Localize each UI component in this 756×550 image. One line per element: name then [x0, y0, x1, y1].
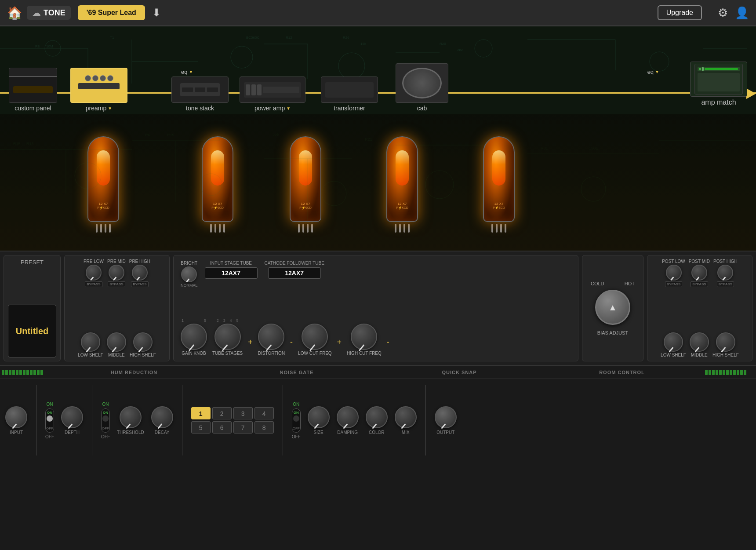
pre-high-knob[interactable] [132, 265, 148, 280]
room-control-label: ROOM CONTROL [541, 370, 703, 375]
eq-left-label[interactable]: eq▼ [181, 69, 193, 75]
cab-chain-item[interactable]: cab [396, 63, 448, 114]
snap-btn-6[interactable]: 6 [212, 421, 232, 433]
bottom-controls: INPUT ON ON OFF OFF DEPTH ON ON OFF [0, 379, 756, 462]
snap-btn-4[interactable]: 4 [254, 407, 274, 419]
middle-knob[interactable] [107, 332, 126, 352]
eq-right-label[interactable]: eq▼ [647, 69, 659, 75]
high-shelf-pre-knob[interactable] [133, 332, 153, 352]
damping-knob[interactable] [337, 406, 359, 428]
pre-high-bypass[interactable]: BYPASS [131, 281, 148, 287]
distortion-knob[interactable] [258, 324, 284, 350]
room-toggle[interactable]: ON OFF [292, 408, 301, 433]
input-knob[interactable] [5, 406, 27, 428]
custom-panel-item[interactable]: custom panel [9, 68, 57, 114]
svg-point-36 [581, 177, 606, 201]
post-high-knob[interactable] [717, 265, 733, 280]
decay-knob[interactable] [151, 406, 173, 428]
noise-toggle[interactable]: ON OFF [101, 408, 110, 433]
svg-text:2k2: 2k2 [457, 48, 463, 52]
snap-btn-2[interactable]: 2 [212, 407, 232, 419]
input-tube-select[interactable]: 12AX7 [205, 267, 258, 279]
transformer-chain-item[interactable]: transformer [321, 76, 378, 114]
low-shelf-knob[interactable] [81, 332, 100, 352]
snap-btn-3[interactable]: 3 [233, 407, 253, 419]
pre-low-bypass[interactable]: BYPASS [85, 281, 102, 287]
green-bars-right [703, 368, 756, 377]
distortion-label: DISTORTION [258, 351, 285, 356]
pre-mid-group: PRE MID BYPASS [107, 259, 126, 287]
preamp-chain-item[interactable]: preamp ▼ [70, 68, 127, 114]
output-knob[interactable] [435, 406, 457, 428]
divider-3 [182, 385, 182, 455]
threshold-knob[interactable] [120, 406, 142, 428]
cold-label: COLD [591, 281, 604, 286]
ctone-logo[interactable]: ☁ TONE [27, 6, 71, 20]
size-knob[interactable] [308, 406, 330, 428]
snap-btn-7[interactable]: 7 [233, 421, 253, 433]
tube-stages-knob[interactable] [214, 324, 241, 350]
user-icon[interactable]: 👤 [735, 6, 749, 20]
post-high-bypass[interactable]: BYPASS [717, 281, 734, 287]
poweramp-chain-item[interactable]: power amp ▼ [240, 76, 305, 114]
home-icon[interactable]: 🏠 [7, 6, 22, 20]
gain-knob[interactable] [181, 324, 207, 350]
post-low-shelf-knob[interactable] [664, 332, 683, 352]
bias-knob[interactable] [595, 290, 630, 325]
post-mid-knob[interactable] [691, 265, 707, 280]
settings-icon[interactable]: ⚙ [718, 6, 728, 20]
pre-low-knob[interactable] [86, 265, 102, 280]
preset-box[interactable]: Untitled [8, 305, 56, 357]
svg-text:T1: T1 [110, 36, 114, 40]
post-mid-label: POST MID [689, 259, 710, 264]
post-low-shelf-group: LOW SHELF [661, 332, 686, 357]
high-shelf-pre-label: HIGH SHELF [130, 353, 156, 357]
threshold-group: THRESHOLD [117, 406, 144, 435]
low-shelf-group: LOW SHELF [78, 332, 103, 357]
tube-stages-group: 2345 TUBE STAGES [212, 318, 243, 356]
svg-text:R15: R15 [13, 142, 21, 146]
svg-text:R19: R19 [167, 133, 174, 137]
room-on-label: ON [293, 402, 299, 407]
hum-on-label: ON [47, 402, 53, 407]
svg-point-29 [200, 174, 222, 196]
post-low-knob[interactable] [666, 265, 682, 280]
pre-mid-knob[interactable] [109, 265, 124, 280]
color-knob[interactable] [366, 406, 388, 428]
post-middle-knob[interactable] [690, 332, 709, 352]
preset-name-button[interactable]: '69 Super Lead [78, 5, 145, 20]
amp-match-area[interactable]: amp match [690, 62, 747, 106]
depth-knob[interactable] [61, 406, 83, 428]
quick-snap-grid-container: 1 2 3 4 5 6 7 8 [191, 407, 274, 433]
custom-panel-label: custom panel [15, 105, 51, 112]
hum-toggle[interactable]: ON OFF [45, 408, 54, 433]
snap-btn-5[interactable]: 5 [191, 421, 211, 433]
mix-label: MIX [402, 430, 410, 435]
post-low-bypass[interactable]: BYPASS [665, 281, 682, 287]
gain-knob-label: GAIN KNOB [182, 351, 206, 356]
high-cut-knob[interactable] [351, 324, 377, 350]
preset-label: PRESET [21, 259, 44, 266]
post-high-shelf-knob[interactable] [716, 332, 735, 352]
cathode-tube-select[interactable]: 12AX7 [268, 267, 321, 279]
cathode-tube-header: CATHODE FOLLOWER TUBE [265, 261, 324, 266]
svg-point-26 [75, 163, 101, 189]
snap-btn-1[interactable]: 1 [191, 407, 211, 419]
topbar: 🏠 ☁ TONE '69 Super Lead ⬇ Upgrade ⚙ 👤 [0, 0, 756, 26]
snap-btn-8[interactable]: 8 [254, 421, 274, 433]
decay-label: DECAY [155, 430, 170, 435]
download-icon[interactable]: ⬇ [152, 7, 161, 19]
gain-knob-group: 15 GAIN KNOB [181, 318, 207, 356]
svg-point-10 [475, 40, 492, 57]
minus-sign-1: - [290, 338, 293, 356]
upgrade-button[interactable]: Upgrade [658, 5, 702, 20]
cold-hot-bar: COLD HOT [591, 281, 635, 286]
pre-mid-bypass[interactable]: BYPASS [108, 281, 125, 287]
post-mid-bypass[interactable]: BYPASS [691, 281, 708, 287]
low-cut-knob[interactable] [302, 324, 328, 350]
decay-group: DECAY [151, 406, 173, 435]
tonestack-chain-item[interactable]: tone stack [171, 76, 229, 114]
bright-knob[interactable] [181, 266, 197, 282]
mix-knob[interactable] [395, 406, 417, 428]
bias-adjust-label: BIAS ADJUST [597, 330, 628, 335]
